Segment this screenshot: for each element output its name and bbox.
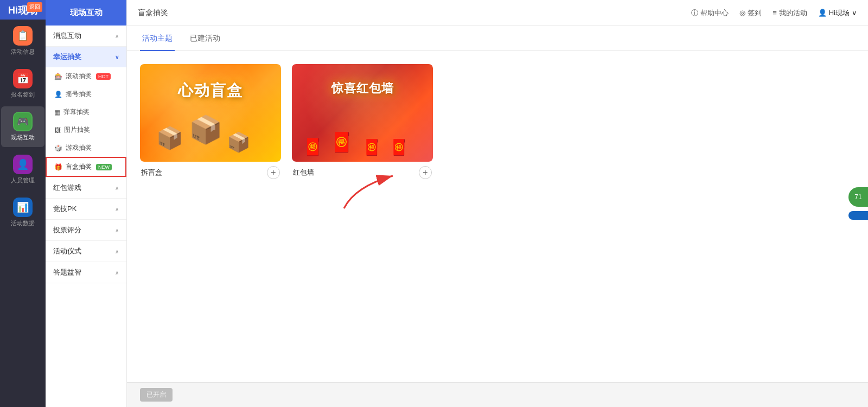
dropdown-chevron-icon: ∨ (852, 9, 857, 17)
float-count-button[interactable]: 71 (848, 187, 868, 207)
card2-label-row: 红包墙 + (292, 166, 433, 179)
card2-label-text: 红包墙 (293, 168, 314, 177)
nav-section-lucky-draw-header[interactable]: 幸运抽奖 ∨ (46, 47, 126, 67)
sign-in-link[interactable]: ◎ 签到 (739, 8, 762, 18)
cards-container: 📦 📦 📦 心动盲盒 拆盲盒 + 🧧 🧧 🧧 🧧 惊喜红包墙 (127, 51, 868, 192)
shake-draw-label: 摇号抽奖 (66, 90, 92, 99)
card2-add-button[interactable]: + (419, 166, 432, 179)
new-badge: NEW (96, 164, 112, 170)
blind-box-draw-label: 盲盒抽奖 (66, 162, 92, 171)
sidebar-label-activity-info: 活动信息 (11, 48, 35, 56)
sidebar-item-activity-data[interactable]: 📊 活动数据 (1, 192, 44, 233)
user-name-label: Hi现场 (829, 8, 850, 18)
nav-item-photo-draw[interactable]: 🖼 图片抽奖 (46, 121, 126, 139)
nav-section-competition-header[interactable]: 竞技PK ∧ (46, 199, 126, 219)
sidebar-item-live-interaction[interactable]: 🎮 现场互动 (1, 106, 44, 147)
sidebar-item-sign-up[interactable]: 📅 报名签到 (1, 63, 44, 104)
curtain-draw-label: 弹幕抽奖 (63, 107, 90, 117)
help-center-label: 帮助中心 (700, 8, 729, 18)
lucky-draw-section-label: 幸运抽奖 (53, 52, 81, 62)
sidebar-label-live-interaction: 现场互动 (11, 133, 35, 142)
sign-in-label: 签到 (748, 8, 762, 18)
nav-item-curtain-draw[interactable]: ▦ 弹幕抽奖 (46, 103, 126, 121)
main-nav: 现场互动 消息互动 ∧ 幸运抽奖 ∨ 🎰 滚动抽奖 HOT 👤 摇号抽奖 ▦ 弹… (46, 0, 127, 407)
nav-item-blind-box-draw[interactable]: 🎁 盲盒抽奖 NEW (46, 157, 126, 177)
content-area: 盲盒抽奖 ⓘ 帮助中心 ◎ 签到 ≡ 我的活动 👤 Hi现场 ∨ 活动 (127, 0, 868, 407)
nav-section-ceremony-header[interactable]: 活动仪式 ∧ (46, 241, 126, 262)
hot-badge: HOT (96, 73, 111, 80)
sign-up-icon: 📅 (13, 69, 33, 88)
scroll-draw-icon: 🎰 (54, 73, 62, 80)
quiz-chevron-icon: ∧ (115, 270, 119, 276)
game-draw-icon: 🎲 (54, 144, 62, 152)
nav-section-red-packet-header[interactable]: 红包游戏 ∧ (46, 177, 126, 198)
icon-sidebar: 返回 Hi现场 📋 活动信息 📅 报名签到 🎮 现场互动 👤 人员管理 📊 活动… (0, 0, 46, 407)
my-activities-label: 我的活动 (779, 8, 807, 18)
sidebar-label-activity-data: 活动数据 (11, 219, 35, 227)
ceremony-chevron-icon: ∧ (115, 249, 119, 255)
game-draw-label: 游戏抽奖 (66, 143, 92, 152)
activity-data-icon: 📊 (13, 198, 33, 217)
theme-card-red-packet-wall[interactable]: 🧧 🧧 🧧 🧧 惊喜红包墙 红包墙 + (292, 64, 433, 179)
card1-add-button[interactable]: + (267, 166, 280, 179)
tab-created-activities[interactable]: 已建活动 (188, 26, 222, 51)
page-title: 盲盒抽奖 (138, 8, 168, 18)
user-icon: 👤 (818, 9, 827, 17)
nav-section-vote: 投票评分 ∧ (46, 220, 126, 241)
right-float-buttons: 71 在线咨询 (848, 187, 868, 220)
top-bar-right: ⓘ 帮助中心 ◎ 签到 ≡ 我的活动 👤 Hi现场 ∨ (691, 8, 857, 18)
nav-section-quiz-header[interactable]: 答题益智 ∧ (46, 262, 126, 283)
nav-item-game-draw[interactable]: 🎲 游戏抽奖 (46, 139, 126, 157)
nav-section-vote-header[interactable]: 投票评分 ∧ (46, 220, 126, 240)
nav-section-message: 消息互动 ∧ (46, 26, 126, 47)
status-button[interactable]: 已开启 (140, 388, 173, 402)
logo-area: 返回 Hi现场 (0, 0, 46, 20)
card-image-blind-box: 📦 📦 📦 心动盲盒 (140, 64, 281, 162)
competition-section-label: 竞技PK (53, 204, 76, 214)
nav-section-competition: 竞技PK ∧ (46, 199, 126, 220)
info-icon: ⓘ (691, 8, 698, 18)
help-center-link[interactable]: ⓘ 帮助中心 (691, 8, 729, 18)
card-image-red-packet-wall: 🧧 🧧 🧧 🧧 惊喜红包墙 (292, 64, 433, 162)
user-menu[interactable]: 👤 Hi现场 ∨ (818, 8, 857, 18)
message-section-label: 消息互动 (53, 31, 81, 41)
float-consult-button[interactable]: 在线咨询 (848, 211, 868, 220)
location-icon: ◎ (739, 9, 745, 17)
nav-item-scroll-draw[interactable]: 🎰 滚动抽奖 HOT (46, 67, 126, 85)
curtain-draw-icon: ▦ (54, 109, 60, 116)
tab-activity-theme[interactable]: 活动主题 (140, 26, 175, 51)
lucky-draw-chevron-icon: ∨ (115, 54, 119, 60)
activity-info-icon: 📋 (13, 26, 33, 46)
photo-draw-icon: 🖼 (54, 126, 61, 134)
nav-item-shake-draw[interactable]: 👤 摇号抽奖 (46, 85, 126, 103)
card2-title: 惊喜红包墙 (292, 80, 433, 97)
sidebar-item-activity-info[interactable]: 📋 活动信息 (1, 21, 44, 61)
list-icon: ≡ (773, 9, 777, 17)
nav-section-message-header[interactable]: 消息互动 ∧ (46, 26, 126, 46)
sidebar-label-sign-up: 报名签到 (11, 91, 35, 99)
staff-mgmt-icon: 👤 (13, 155, 33, 174)
theme-card-blind-box[interactable]: 📦 📦 📦 心动盲盒 拆盲盒 + (140, 64, 281, 179)
competition-chevron-icon: ∧ (115, 206, 119, 212)
nav-section-lucky-draw: 幸运抽奖 ∨ 🎰 滚动抽奖 HOT 👤 摇号抽奖 ▦ 弹幕抽奖 🖼 图片抽奖 🎲… (46, 47, 126, 177)
sidebar-item-staff-mgmt[interactable]: 👤 人员管理 (1, 149, 44, 190)
blind-box-draw-icon: 🎁 (54, 163, 62, 171)
scroll-draw-label: 滚动抽奖 (66, 72, 92, 81)
photo-draw-label: 图片抽奖 (64, 125, 90, 135)
main-nav-header: 现场互动 (46, 0, 126, 26)
my-activities-link[interactable]: ≡ 我的活动 (773, 8, 807, 18)
nav-section-quiz: 答题益智 ∧ (46, 262, 126, 283)
card1-label-row: 拆盲盒 + (140, 166, 281, 179)
red-packet-chevron-icon: ∧ (115, 185, 119, 191)
quiz-section-label: 答题益智 (53, 268, 81, 277)
top-bar: 盲盒抽奖 ⓘ 帮助中心 ◎ 签到 ≡ 我的活动 👤 Hi现场 ∨ (127, 0, 868, 26)
red-packet-section-label: 红包游戏 (53, 183, 81, 193)
sidebar-label-staff-mgmt: 人员管理 (11, 176, 35, 185)
back-button[interactable]: 返回 (27, 2, 42, 12)
card1-title: 心动盲盒 (140, 80, 281, 101)
ceremony-section-label: 活动仪式 (53, 246, 81, 256)
live-interaction-icon: 🎮 (13, 112, 33, 131)
bottom-bar: 已开启 (127, 382, 868, 407)
vote-chevron-icon: ∧ (115, 227, 119, 233)
shake-draw-icon: 👤 (54, 91, 62, 98)
